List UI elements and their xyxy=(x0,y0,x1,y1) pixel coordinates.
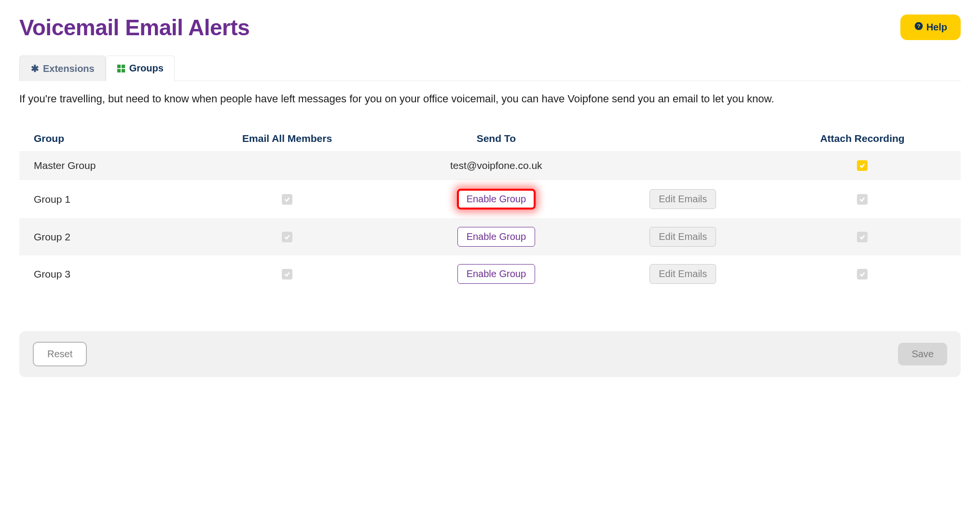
description-text: If you're travelling, but need to know w… xyxy=(19,91,913,107)
edit-cell: Edit Emails xyxy=(602,218,764,255)
svg-text:?: ? xyxy=(917,23,920,29)
col-edit xyxy=(602,126,764,151)
svg-rect-5 xyxy=(122,69,125,72)
col-group: Group xyxy=(19,126,184,151)
enable-group-button[interactable]: Enable Group xyxy=(457,189,536,210)
col-send-to: Send To xyxy=(390,126,602,151)
email-all-checkbox[interactable] xyxy=(282,232,292,242)
email-all-cell xyxy=(184,218,391,255)
table-row: Group 1Enable GroupEdit Emails xyxy=(19,180,961,218)
tab-extensions-label: Extensions xyxy=(43,63,95,74)
send-to-cell: Enable Group xyxy=(390,218,602,255)
table-row: Group 2Enable GroupEdit Emails xyxy=(19,218,961,255)
edit-emails-button[interactable]: Edit Emails xyxy=(649,189,716,209)
col-email-all: Email All Members xyxy=(184,126,391,151)
attach-cell xyxy=(764,218,961,255)
reset-button[interactable]: Reset xyxy=(33,342,87,366)
group-name: Group 1 xyxy=(19,180,184,218)
groups-table: Group Email All Members Send To Attach R… xyxy=(19,126,961,293)
col-attach: Attach Recording xyxy=(764,126,961,151)
attach-recording-checkbox[interactable] xyxy=(857,232,868,242)
table-row: Group 3Enable GroupEdit Emails xyxy=(19,255,961,293)
svg-rect-4 xyxy=(117,69,121,72)
send-to-email: test@voipfone.co.uk xyxy=(450,160,542,171)
enable-group-button[interactable]: Enable Group xyxy=(457,264,535,284)
send-to-cell: test@voipfone.co.uk xyxy=(390,151,602,180)
edit-emails-button[interactable]: Edit Emails xyxy=(649,264,716,284)
edit-cell: Edit Emails xyxy=(602,255,764,293)
attach-recording-checkbox[interactable] xyxy=(857,269,868,279)
tab-groups[interactable]: Groups xyxy=(106,56,175,81)
enable-group-button[interactable]: Enable Group xyxy=(457,227,535,247)
page-title: Voicemail Email Alerts xyxy=(19,14,249,41)
group-name: Master Group xyxy=(19,151,184,180)
asterisk-icon: ✱ xyxy=(30,64,39,73)
grid-icon xyxy=(117,64,125,73)
attach-cell xyxy=(764,180,961,218)
email-all-cell xyxy=(184,255,391,293)
send-to-cell: Enable Group xyxy=(390,255,602,293)
attach-cell xyxy=(764,151,961,180)
svg-rect-2 xyxy=(117,64,121,68)
help-label: Help xyxy=(926,22,947,33)
send-to-cell: Enable Group xyxy=(390,180,602,218)
help-icon: ? xyxy=(914,21,924,33)
edit-cell: Edit Emails xyxy=(602,180,764,218)
edit-emails-button[interactable]: Edit Emails xyxy=(649,227,716,247)
email-all-checkbox[interactable] xyxy=(282,269,292,279)
tab-groups-label: Groups xyxy=(129,63,164,74)
edit-cell xyxy=(602,151,764,180)
svg-rect-3 xyxy=(122,64,125,68)
help-button[interactable]: ? Help xyxy=(900,14,961,40)
email-all-checkbox[interactable] xyxy=(282,194,292,205)
footer-bar: Reset Save xyxy=(19,331,961,377)
save-button[interactable]: Save xyxy=(898,343,947,365)
group-name: Group 2 xyxy=(19,218,184,255)
attach-recording-checkbox[interactable] xyxy=(857,194,868,205)
group-name: Group 3 xyxy=(19,255,184,293)
table-row: Master Grouptest@voipfone.co.uk xyxy=(19,151,961,180)
attach-cell xyxy=(764,255,961,293)
email-all-cell xyxy=(184,180,391,218)
email-all-cell xyxy=(184,151,391,180)
tab-bar: ✱ Extensions Groups xyxy=(19,55,961,81)
tab-extensions[interactable]: ✱ Extensions xyxy=(19,56,106,81)
attach-recording-checkbox[interactable] xyxy=(857,160,868,171)
